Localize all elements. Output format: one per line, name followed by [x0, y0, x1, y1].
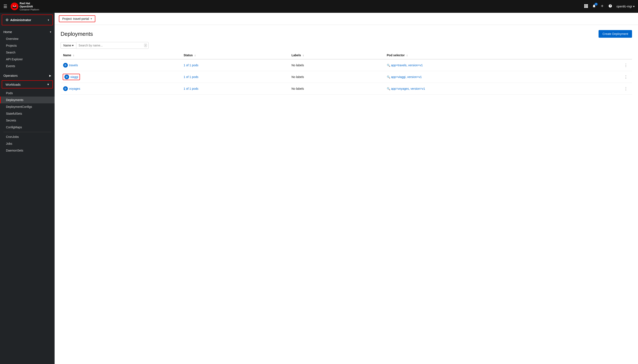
topnav: ☰ Red Hat OpenShift Container Platform 2: [0, 0, 638, 13]
pod-selector-link-0[interactable]: 🔍 app=travels, version=v1: [387, 64, 617, 67]
hamburger-icon[interactable]: ☰: [4, 4, 7, 9]
sidebar-item-pods[interactable]: Pods: [0, 90, 55, 96]
project-selector[interactable]: Project: travel-portal ▾: [59, 15, 95, 22]
brand-name2: OpenShift: [20, 5, 39, 8]
deployments-table: Name ↕ Status ↕ Labels ↕ Pod selector ↕: [61, 51, 632, 94]
col-pod-selector[interactable]: Pod selector ↕: [384, 51, 620, 59]
plus-icon[interactable]: [600, 4, 604, 9]
sidebar-operators-header[interactable]: Operators ▶: [0, 72, 55, 79]
sidebar-item-statefulsets[interactable]: StatefulSets: [0, 110, 55, 117]
cell-kebab-0: ⋮: [620, 59, 632, 71]
workloads-label: Workloads: [6, 83, 47, 86]
d-icon-1: D: [64, 74, 69, 79]
table-body: D travels 1 of 1 pods No labels 🔍 app=tr…: [61, 59, 632, 94]
sidebar-item-jobs[interactable]: Jobs: [0, 140, 55, 147]
project-label: Project: travel-portal: [62, 17, 89, 20]
sidebar-admin-section[interactable]: ⚙ Administrator ▾: [2, 14, 53, 25]
topnav-actions: 2 opentlc-mgr ▾: [584, 4, 634, 9]
operators-label: Operators: [4, 74, 49, 77]
cell-labels-2: No labels: [289, 83, 384, 94]
name-link-0[interactable]: travels: [69, 64, 78, 67]
pod-selector-sort-icon: ↕: [406, 54, 408, 57]
user-label: opentlc-mgr: [616, 5, 632, 8]
svg-rect-8: [585, 6, 587, 6]
sidebar-item-daemonsets[interactable]: DaemonSets: [0, 147, 55, 154]
name-link-1[interactable]: viaggi: [70, 75, 78, 79]
bell-icon[interactable]: 2: [592, 4, 596, 9]
sidebar-item-projects[interactable]: Projects: [0, 42, 55, 49]
filter-name-label: Name: [63, 44, 71, 47]
content-area: Project: travel-portal ▾ Deployments Cre…: [55, 13, 638, 364]
create-deployment-button[interactable]: Create Deployment: [598, 30, 632, 38]
col-actions: [620, 51, 632, 59]
table-row: D travels 1 of 1 pods No labels 🔍 app=tr…: [61, 59, 632, 71]
sidebar-workloads-header[interactable]: Workloads ▾: [2, 80, 53, 88]
search-input[interactable]: [76, 42, 149, 49]
svg-rect-5: [585, 4, 587, 5]
status-link-1[interactable]: 1 of 1 pods: [184, 75, 198, 79]
sidebar-item-deployments[interactable]: Deployments: [0, 96, 55, 103]
search-input-wrap: /: [76, 42, 149, 49]
svg-rect-4: [584, 4, 585, 5]
cell-name-2: D voyages: [61, 83, 181, 94]
svg-rect-6: [587, 4, 588, 5]
home-section-arrow: ▾: [50, 30, 51, 34]
kebab-button-2[interactable]: ⋮: [622, 86, 629, 92]
user-menu[interactable]: opentlc-mgr ▾: [616, 5, 634, 8]
sidebar-item-events[interactable]: Events: [0, 63, 55, 70]
svg-rect-9: [587, 6, 588, 6]
cell-kebab-1: ⋮: [620, 71, 632, 83]
operators-arrow-icon: ▶: [49, 74, 51, 77]
deployment-name-1: D viaggi: [63, 74, 179, 80]
status-sort-icon: ↕: [195, 54, 196, 57]
cell-kebab-2: ⋮: [620, 83, 632, 94]
deployment-name-0: D travels: [63, 63, 179, 68]
cell-pod-selector-0: 🔍 app=travels, version=v1: [384, 59, 620, 71]
home-section-label: Home: [4, 30, 50, 34]
project-bar: Project: travel-portal ▾: [55, 13, 638, 25]
name-link-2[interactable]: voyages: [69, 87, 80, 90]
table-row: D voyages 1 of 1 pods No labels 🔍 app=vo…: [61, 83, 632, 94]
grid-icon[interactable]: [584, 4, 588, 9]
pod-selector-link-2[interactable]: 🔍 app=voyages, version=v1: [387, 87, 617, 90]
sidebar-item-deploymentconfigs[interactable]: DeploymentConfigs: [0, 103, 55, 110]
sidebar-item-cronjobs[interactable]: CronJobs: [0, 134, 55, 140]
sidebar-home-header[interactable]: Home ▾: [0, 28, 55, 36]
admin-gear-icon: ⚙: [6, 18, 9, 22]
admin-arrow-icon: ▾: [48, 18, 49, 22]
svg-rect-7: [584, 6, 585, 6]
kebab-button-1[interactable]: ⋮: [622, 74, 629, 80]
filter-name-button[interactable]: Name ▾: [61, 42, 76, 48]
kebab-button-0[interactable]: ⋮: [622, 62, 629, 68]
main-layout: ⚙ Administrator ▾ Home ▾ Overview Projec…: [0, 13, 638, 364]
user-arrow-icon: ▾: [633, 5, 634, 8]
sidebar: ⚙ Administrator ▾ Home ▾ Overview Projec…: [0, 13, 55, 364]
cell-status-2: 1 of 1 pods: [181, 83, 289, 94]
sidebar-item-secrets[interactable]: Secrets: [0, 117, 55, 124]
sidebar-item-configmaps[interactable]: ConfigMaps: [0, 124, 55, 131]
deployment-name-2: D voyages: [63, 86, 179, 91]
cell-status-1: 1 of 1 pods: [181, 71, 289, 83]
col-name[interactable]: Name ↕: [61, 51, 181, 59]
brand-name1: Red Hat: [20, 2, 39, 5]
sidebar-item-api-explorer[interactable]: API Explorer: [0, 56, 55, 63]
cell-name-0: D travels: [61, 59, 181, 71]
col-labels[interactable]: Labels ↕: [289, 51, 384, 59]
d-icon-0: D: [63, 63, 68, 68]
notification-badge: 2: [594, 3, 598, 6]
filter-name-arrow-icon: ▾: [72, 44, 74, 47]
status-link-2[interactable]: 1 of 1 pods: [184, 87, 198, 90]
sidebar-item-overview[interactable]: Overview: [0, 36, 55, 42]
cell-labels-1: No labels: [289, 71, 384, 83]
project-arrow-icon: ▾: [91, 17, 92, 20]
pod-selector-link-1[interactable]: 🔍 app=viaggi, version=v1: [387, 75, 617, 79]
help-icon[interactable]: [608, 4, 612, 9]
name-sort-icon: ↕: [73, 54, 74, 57]
page-header: Deployments Create Deployment: [61, 30, 632, 38]
col-status[interactable]: Status ↕: [181, 51, 289, 59]
search-slash-hint: /: [144, 44, 147, 47]
status-link-0[interactable]: 1 of 1 pods: [184, 64, 198, 67]
sidebar-item-search[interactable]: Search: [0, 49, 55, 56]
svg-rect-12: [587, 7, 588, 8]
cell-labels-0: No labels: [289, 59, 384, 71]
